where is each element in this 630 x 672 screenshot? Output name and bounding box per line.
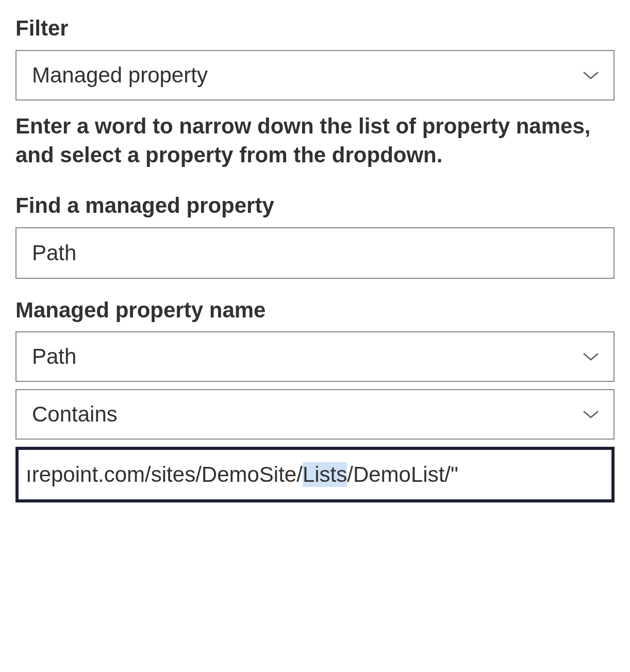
find-property-section: Find a managed property — [15, 192, 615, 279]
value-highlight: Lists — [303, 462, 347, 487]
operator-dropdown-value: Contains — [32, 402, 118, 427]
chevron-down-icon — [583, 409, 599, 419]
find-property-input-wrapper[interactable] — [15, 227, 615, 279]
property-name-dropdown-value: Path — [32, 344, 76, 369]
filter-value-text: ırepoint.com/sites/DemoSite/Lists/DemoLi… — [26, 462, 458, 487]
filter-dropdown[interactable]: Managed property — [15, 50, 615, 100]
value-post: /DemoList/" — [347, 462, 458, 487]
filter-value-input[interactable]: ırepoint.com/sites/DemoSite/Lists/DemoLi… — [15, 447, 615, 502]
operator-dropdown[interactable]: Contains — [15, 389, 615, 440]
filter-dropdown-value: Managed property — [32, 63, 208, 88]
find-property-input[interactable] — [32, 241, 598, 265]
property-name-label: Managed property name — [15, 296, 615, 325]
chevron-down-icon — [583, 351, 599, 362]
find-property-label: Find a managed property — [15, 192, 615, 220]
filter-help-text: Enter a word to narrow down the list of … — [15, 112, 615, 170]
value-pre: ırepoint.com/sites/DemoSite/ — [26, 462, 303, 487]
filter-label: Filter — [15, 14, 615, 43]
property-name-section: Managed property name Path Contains ırep… — [15, 296, 615, 503]
property-name-dropdown[interactable]: Path — [15, 331, 615, 382]
chevron-down-icon — [583, 70, 599, 80]
filter-section: Filter Managed property Enter a word to … — [15, 14, 615, 170]
